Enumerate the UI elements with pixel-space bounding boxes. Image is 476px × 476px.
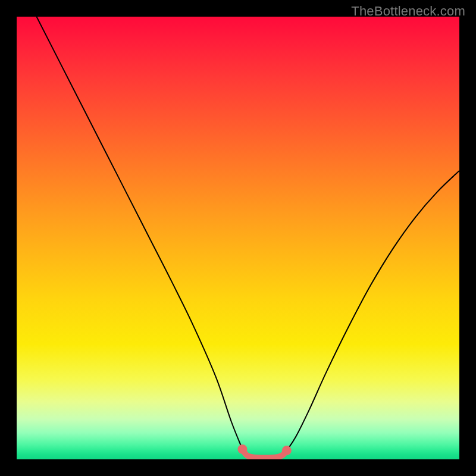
plot-area	[17, 17, 459, 459]
valley-marker	[237, 444, 247, 454]
bottleneck-curve	[17, 17, 459, 459]
curve-valley-highlight	[242, 449, 286, 458]
chart-frame: TheBottleneck.com	[0, 0, 476, 476]
curve-right-branch	[287, 171, 459, 450]
valley-marker	[282, 446, 292, 455]
curve-left-branch	[36, 17, 242, 449]
watermark-text: TheBottleneck.com	[351, 4, 465, 19]
